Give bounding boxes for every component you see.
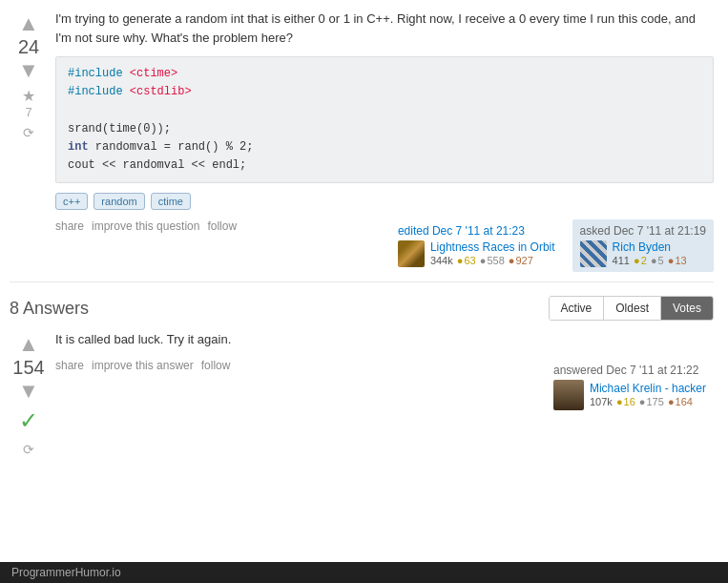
editor-username[interactable]: Lightness Races in Orbit xyxy=(430,240,555,254)
edited-label: edited Dec 7 '11 at 21:23 xyxy=(398,224,555,238)
editor-card-inner: Lightness Races in Orbit 344k ●63 ●558 ●… xyxy=(398,240,555,267)
question-body: I'm trying to generate a random int that… xyxy=(55,10,714,272)
answerer-bronze-count: 164 xyxy=(676,396,693,407)
tag-cpp[interactable]: c++ xyxy=(55,193,88,210)
answers-section: 8 Answers Active Oldest Votes ▲ 154 ▼ ✓ … xyxy=(10,296,714,457)
answerer-rep: 107k ●16 ●175 ●164 xyxy=(590,396,693,407)
sort-tab-oldest[interactable]: Oldest xyxy=(604,297,661,320)
asked-label: asked Dec 7 '11 at 21:19 xyxy=(580,224,706,238)
question-actions: share improve this question follow xyxy=(55,219,237,233)
answerer-gold-dot: ● xyxy=(616,396,623,407)
answer-vote-count: 154 xyxy=(12,357,44,379)
asker-rep: 411 ●2 ●5 ●13 xyxy=(613,255,687,266)
tag-list: c++ random ctime xyxy=(55,193,714,210)
edited-link[interactable]: edited Dec 7 '11 at 21:23 xyxy=(398,224,525,238)
footer-site-name: ProgrammerHumor.io xyxy=(11,566,121,579)
answer-share-link[interactable]: share xyxy=(55,359,84,372)
code-include2: #include <cstdlib> xyxy=(68,85,192,98)
question-upvote-button[interactable]: ▲ xyxy=(18,13,39,34)
asker-username[interactable]: Rich Byden xyxy=(613,240,687,254)
answerer-username[interactable]: Michael Krelin - hacker xyxy=(590,382,706,395)
question-downvote-button[interactable]: ▼ xyxy=(18,60,39,81)
answer-actions: share improve this answer follow xyxy=(55,359,230,372)
tag-ctime[interactable]: ctime xyxy=(151,193,191,210)
favorite-icon[interactable]: ★ xyxy=(22,87,35,105)
favorite-count: 7 xyxy=(25,105,31,119)
answer-footer: share improve this answer follow answere… xyxy=(55,359,714,415)
answer-item: ▲ 154 ▼ ✓ ⟳ It is called bad luck. Try i… xyxy=(10,330,714,457)
sort-tab-active[interactable]: Active xyxy=(550,297,605,320)
asker-bronze-dot: ● xyxy=(668,255,675,266)
sort-tab-votes[interactable]: Votes xyxy=(661,297,713,320)
asker-card: asked Dec 7 '11 at 21:19 Rich Byden 411 … xyxy=(572,219,714,272)
answerer-gold-count: 16 xyxy=(624,396,635,407)
question-container: ▲ 24 ▼ ★ 7 ⟳ I'm trying to generate a ra… xyxy=(10,10,714,272)
answers-header: 8 Answers Active Oldest Votes xyxy=(10,296,714,321)
answerer-bronze-dot: ● xyxy=(668,396,675,407)
asker-silver-dot: ● xyxy=(651,255,657,266)
editor-silver-dot: ● xyxy=(480,255,487,266)
editor-info: Lightness Races in Orbit 344k ●63 ●558 ●… xyxy=(430,240,555,267)
question-follow-link[interactable]: follow xyxy=(207,219,237,233)
question-footer: share improve this question follow edite… xyxy=(55,219,714,272)
asker-rep-value: 411 xyxy=(613,255,630,266)
answerer-info: Michael Krelin - hacker 107k ●16 ●175 ●1… xyxy=(590,382,706,408)
answerer-avatar xyxy=(553,380,584,410)
editor-card: edited Dec 7 '11 at 21:23 Lightness Race… xyxy=(390,219,563,272)
asker-gold-dot: ● xyxy=(634,255,640,266)
code-cout: cout << randomval << endl; xyxy=(68,158,246,172)
answer-text: It is called bad luck. Try it again. xyxy=(55,330,714,349)
footer-bar: ProgrammerHumor.io xyxy=(0,562,728,583)
answer-follow-link[interactable]: follow xyxy=(201,359,231,372)
asker-info: Rich Byden 411 ●2 ●5 ●13 xyxy=(613,240,687,267)
question-improve-link[interactable]: improve this question xyxy=(92,219,199,233)
answerer-silver-count: 175 xyxy=(647,396,664,407)
code-srand: srand(time(0)); xyxy=(68,122,171,135)
answer-upvote-button[interactable]: ▲ xyxy=(18,334,39,355)
answerer-card-inner: Michael Krelin - hacker 107k ●16 ●175 ●1… xyxy=(553,380,706,410)
editor-avatar xyxy=(398,240,425,267)
answer-downvote-button[interactable]: ▼ xyxy=(18,381,39,402)
editor-gold-dot: ● xyxy=(457,255,464,266)
question-vote-col: ▲ 24 ▼ ★ 7 ⟳ xyxy=(10,10,48,272)
asker-avatar xyxy=(580,240,607,267)
answerer-rep-value: 107k xyxy=(590,396,613,407)
asker-silver-count: 5 xyxy=(658,255,664,266)
accepted-checkmark: ✓ xyxy=(19,407,38,434)
section-divider xyxy=(10,281,714,282)
question-share-link[interactable]: share xyxy=(55,219,84,233)
editor-bronze-dot: ● xyxy=(509,255,515,266)
code-int: int randomval = rand() % 2; xyxy=(68,140,253,154)
answer-improve-link[interactable]: improve this answer xyxy=(92,359,194,372)
user-cards: edited Dec 7 '11 at 21:23 Lightness Race… xyxy=(390,219,714,272)
answerer-card: answered Dec 7 '11 at 21:22 Michael Krel… xyxy=(546,359,714,415)
tag-random[interactable]: random xyxy=(94,193,144,210)
answer-body: It is called bad luck. Try it again. sha… xyxy=(55,330,714,457)
editor-gold-count: 63 xyxy=(464,255,475,266)
answerer-silver-dot: ● xyxy=(639,396,646,407)
editor-bronze-count: 927 xyxy=(516,255,533,266)
editor-avatar-img xyxy=(398,240,425,267)
code-include1: #include <ctime> xyxy=(68,67,177,80)
question-text: I'm trying to generate a random int that… xyxy=(55,10,714,47)
question-vote-count: 24 xyxy=(18,36,39,58)
answers-title: 8 Answers xyxy=(10,299,89,319)
asker-gold-count: 2 xyxy=(641,255,647,266)
answer-vote-col: ▲ 154 ▼ ✓ ⟳ xyxy=(10,330,48,457)
answered-label: answered Dec 7 '11 at 21:22 xyxy=(553,364,706,377)
sort-tabs: Active Oldest Votes xyxy=(549,296,714,321)
editor-silver-count: 558 xyxy=(487,255,504,266)
editor-rep-value: 344k xyxy=(430,255,453,266)
editor-rep: 344k ●63 ●558 ●927 xyxy=(430,255,533,266)
asker-bronze-count: 13 xyxy=(675,255,686,266)
code-block: #include <ctime> #include <cstdlib> sran… xyxy=(55,56,714,183)
asker-card-inner: Rich Byden 411 ●2 ●5 ●13 xyxy=(580,240,706,267)
answerer-avatar-img xyxy=(553,380,584,410)
answer-history-icon[interactable]: ⟳ xyxy=(23,442,34,457)
asker-avatar-img xyxy=(580,240,607,267)
history-icon[interactable]: ⟳ xyxy=(23,125,34,140)
